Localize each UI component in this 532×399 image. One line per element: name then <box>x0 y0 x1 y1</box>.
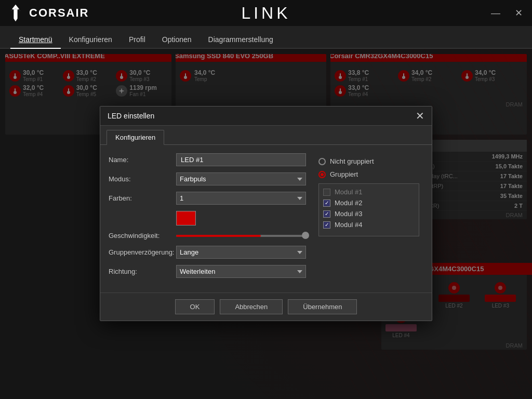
speed-slider-wrap <box>176 235 306 237</box>
check-modul1-label: Modul #1 <box>335 188 362 196</box>
minimize-button[interactable]: — <box>488 7 503 20</box>
speed-slider-track[interactable] <box>176 235 306 237</box>
brand-name: CORSAIR <box>29 6 89 20</box>
checkbox-panel: Modul #1 Modul #2 Modul #3 Modul #4 <box>318 183 419 236</box>
gruppenverzoegerung-label: Gruppenverzögerung: <box>109 248 176 256</box>
radio-nicht-label: Nicht gruppiert <box>330 157 374 165</box>
check-modul3-box[interactable] <box>323 210 330 218</box>
gruppenverzoegerung-select[interactable]: Kurze Mittel Lange <box>176 246 306 259</box>
ok-button[interactable]: OK <box>175 299 215 314</box>
check-modul2-label: Modul #2 <box>335 199 362 207</box>
check-modul1: Modul #1 <box>323 188 415 196</box>
modus-select[interactable]: Farbpuls Statisch Puls Blink <box>176 172 306 185</box>
radio-gruppiert-icon[interactable] <box>318 171 326 178</box>
app-logo: CORSAIR <box>6 4 89 22</box>
modal-close-button[interactable]: ✕ <box>416 111 424 121</box>
main-content: ASUSTeK COMP..VIII EXTREME 30,0 °CTemp #… <box>0 49 532 399</box>
gruppenverzoegerung-row: Gruppenverzögerung: Kurze Mittel Lange <box>109 246 306 259</box>
name-label: Name: <box>109 156 176 164</box>
modal-tabs: Konfigurieren <box>100 126 432 145</box>
check-modul3[interactable]: Modul #3 <box>323 210 415 218</box>
led-dialog: LED einstellen ✕ Konfigurieren Name: <box>100 106 432 321</box>
modus-label: Modus: <box>109 175 176 183</box>
window-controls: — ✕ <box>488 6 526 20</box>
app-title: LINK <box>241 4 290 23</box>
richtung-select[interactable]: Weiterleiten Rückwärts <box>176 265 306 278</box>
corsair-sword-icon <box>6 4 25 22</box>
navigation-bar: Startmenü Konfigurieren Profil Optionen … <box>0 26 532 49</box>
farben-select[interactable]: 1 2 3 <box>176 192 306 205</box>
form-right: Nicht gruppiert Gruppiert Modul #1 <box>314 153 423 284</box>
nav-startmenu[interactable]: Startmenü <box>10 31 61 49</box>
form-left: Name: Modus: Farbpuls Statisch Puls Blin… <box>109 153 306 284</box>
modal-overlay: LED einstellen ✕ Konfigurieren Name: <box>0 49 532 399</box>
radio-nicht-icon[interactable] <box>318 158 326 165</box>
nav-profil[interactable]: Profil <box>121 31 154 49</box>
modal-tab-konfigurieren[interactable]: Konfigurieren <box>107 130 164 145</box>
modus-row: Modus: Farbpuls Statisch Puls Blink <box>109 172 306 185</box>
modal-footer: OK Abbrechen Übernehmen <box>100 292 432 321</box>
farben-row: Farben: 1 2 3 <box>109 192 306 205</box>
check-modul3-label: Modul #3 <box>335 210 362 218</box>
richtung-row: Richtung: Weiterleiten Rückwärts <box>109 265 306 278</box>
radio-gruppiert-label: Gruppiert <box>330 170 358 178</box>
name-input[interactable] <box>176 153 306 166</box>
titlebar: CORSAIR LINK — ✕ <box>0 0 532 26</box>
color-swatch[interactable] <box>176 211 196 225</box>
modal-body: Name: Modus: Farbpuls Statisch Puls Blin… <box>100 145 432 292</box>
radio-nicht-gruppiert[interactable]: Nicht gruppiert <box>318 157 419 165</box>
check-modul2[interactable]: Modul #2 <box>323 199 415 207</box>
nav-optionen[interactable]: Optionen <box>154 31 200 49</box>
radio-gruppiert[interactable]: Gruppiert <box>318 170 419 178</box>
geschwindigkeit-row: Geschwindigkeit: <box>109 232 306 240</box>
svg-marker-0 <box>12 5 19 21</box>
name-row: Name: <box>109 153 306 166</box>
check-modul1-box <box>323 189 330 196</box>
geschwindigkeit-label: Geschwindigkeit: <box>109 232 176 240</box>
nav-diagrammerstellung[interactable]: Diagrammerstellung <box>200 31 282 49</box>
modal-titlebar: LED einstellen ✕ <box>100 107 432 126</box>
modal-title: LED einstellen <box>108 112 154 120</box>
check-modul4[interactable]: Modul #4 <box>323 221 415 229</box>
speed-slider-thumb[interactable] <box>302 232 309 239</box>
cancel-button[interactable]: Abbrechen <box>220 299 283 314</box>
apply-button[interactable]: Übernehmen <box>288 299 357 314</box>
check-modul4-label: Modul #4 <box>335 221 362 229</box>
richtung-label: Richtung: <box>109 268 176 275</box>
check-modul4-box[interactable] <box>323 221 330 229</box>
speed-slider-fill <box>176 235 261 237</box>
close-button[interactable]: ✕ <box>512 6 526 20</box>
nav-konfigurieren[interactable]: Konfigurieren <box>61 31 121 49</box>
farben-label: Farben: <box>109 194 176 202</box>
check-modul2-box[interactable] <box>323 200 330 207</box>
